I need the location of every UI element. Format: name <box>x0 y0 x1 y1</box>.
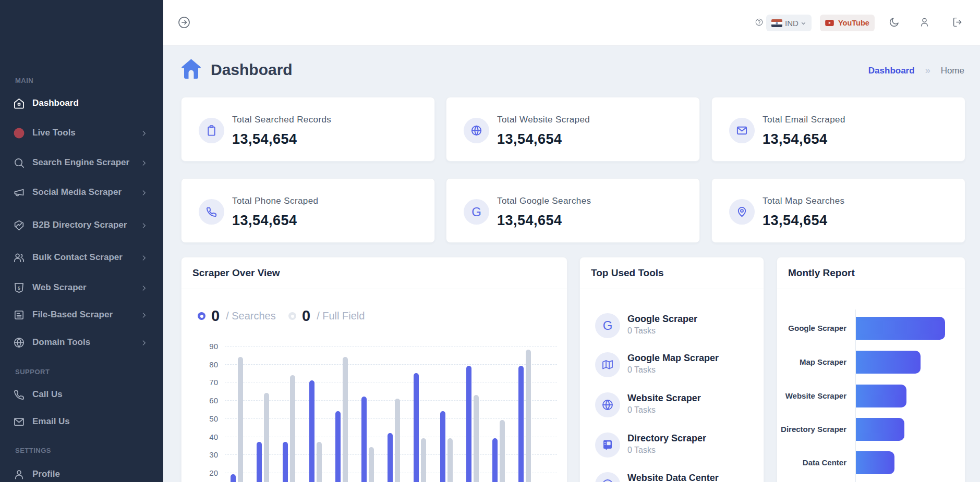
svg-text:5: 5 <box>18 285 20 290</box>
